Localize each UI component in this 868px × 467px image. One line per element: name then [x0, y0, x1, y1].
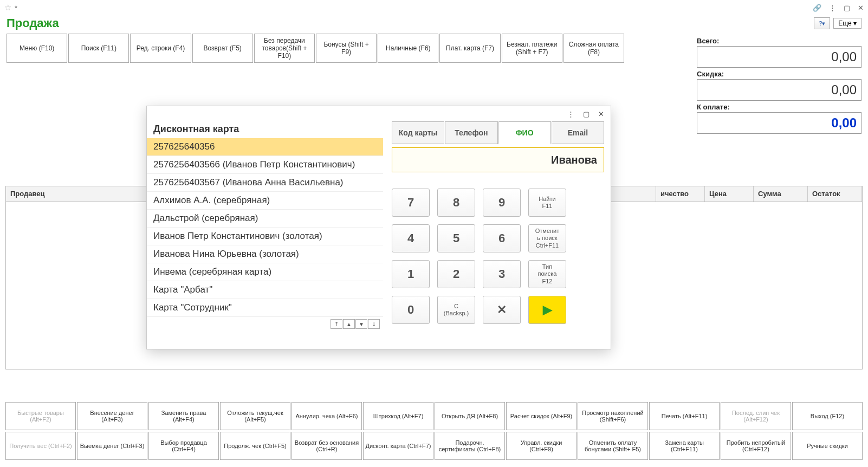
- main-toolbar: Меню (F10)Поиск (F11)Ред. строки (F4)Воз…: [0, 34, 631, 63]
- toolbar-button[interactable]: Возврат (F5): [192, 34, 253, 63]
- bottom-button[interactable]: Подарочн. сертификаты (Ctrl+F8): [435, 432, 505, 460]
- dialog-dots-icon[interactable]: ⋮: [567, 110, 574, 118]
- dialog-close-icon[interactable]: ✕: [598, 110, 604, 118]
- key-cancel-search[interactable]: Отменит ь поиск Ctrl+F11: [528, 224, 566, 252]
- toolbar-button[interactable]: Сложная оплата (F8): [563, 34, 624, 63]
- key-4[interactable]: 4: [392, 224, 430, 252]
- dirty-indicator: *: [15, 4, 17, 12]
- grid-col-header[interactable]: ичество: [656, 186, 705, 202]
- link-icon[interactable]: 🔗: [813, 4, 821, 12]
- topay-value: 0,00: [697, 112, 861, 134]
- bottom-button[interactable]: Заменить права (Alt+F4): [148, 402, 219, 430]
- toolbar-button[interactable]: Бонусы (Shift + F9): [316, 34, 377, 63]
- grid-col-header[interactable]: Цена: [705, 186, 754, 202]
- toolbar-button[interactable]: Меню (F10): [7, 34, 67, 63]
- toolbar-button[interactable]: Без передачи товаров(Shift + F10): [254, 34, 315, 63]
- toolbar-button[interactable]: Наличные (F6): [378, 34, 438, 63]
- bottom-button[interactable]: Выход (F12): [792, 402, 863, 430]
- more-button[interactable]: Еще ▾: [833, 18, 861, 29]
- bottom-button[interactable]: Печать (Alt+F11): [649, 402, 720, 430]
- key-3[interactable]: 3: [483, 260, 521, 288]
- bottom-button: Получить вес (Ctrl+F2): [5, 432, 76, 460]
- toolbar-button[interactable]: Плат. карта (F7): [439, 34, 500, 63]
- bottom-button[interactable]: Замена карты (Ctrl+F11): [649, 432, 720, 460]
- bottom-button[interactable]: Управл. скидки (Ctrl+F9): [506, 432, 576, 460]
- key-0[interactable]: 0: [392, 296, 430, 324]
- keypad: 7 8 9 Найти F11 4 5 6 Отменит ь поиск Ct…: [392, 189, 604, 324]
- bottom-button[interactable]: Продолж. чек (Ctrl+F5): [220, 432, 290, 460]
- bottom-button[interactable]: Внесение денег (Alt+F3): [77, 402, 147, 430]
- dots-icon[interactable]: ⋮: [829, 4, 836, 12]
- discount-card-dialog: ⋮ ▢ ✕ Дисконтная карта 25762564035625762…: [146, 106, 611, 349]
- bottom-button: Быстрые товары (Alt+F2): [5, 402, 76, 430]
- nav-bottom-icon[interactable]: ⤓: [368, 319, 380, 329]
- bottom-button[interactable]: Пробить непробитый (Ctrl+F12): [721, 432, 791, 460]
- dialog-max-icon[interactable]: ▢: [583, 110, 590, 118]
- star-icon[interactable]: ☆: [4, 3, 11, 12]
- topay-label: К оплате:: [697, 103, 861, 111]
- list-item[interactable]: Карта "Арбат": [147, 281, 383, 299]
- key-9[interactable]: 9: [483, 189, 521, 217]
- search-tab[interactable]: Телефон: [445, 121, 497, 144]
- bottom-button[interactable]: Расчет скидок (Alt+F9): [506, 402, 576, 430]
- bottom-button[interactable]: Просмотр накоплений (Shift+F6): [578, 402, 648, 430]
- bottom-toolbar: Быстрые товары (Alt+F2)Внесение денег (A…: [5, 402, 863, 462]
- bottom-button[interactable]: Дисконт. карта (Ctrl+F7): [363, 432, 433, 460]
- page-title: Продажа: [7, 16, 814, 30]
- discount-label: Скидка:: [697, 70, 861, 78]
- key-8[interactable]: 8: [437, 189, 475, 217]
- list-title: Дисконтная карта: [147, 121, 383, 138]
- list-item[interactable]: Карта "Сотрудник": [147, 299, 383, 317]
- search-tab[interactable]: ФИО: [498, 121, 551, 144]
- total-label: Всего:: [697, 37, 861, 45]
- key-5[interactable]: 5: [437, 224, 475, 252]
- card-list[interactable]: 2576256403562576256403566 (Иванов Петр К…: [147, 138, 383, 317]
- key-6[interactable]: 6: [483, 224, 521, 252]
- list-item[interactable]: 2576256403567 (Иванова Анна Васильевна): [147, 174, 383, 192]
- list-item[interactable]: 2576256403566 (Иванов Петр Константинови…: [147, 156, 383, 174]
- key-clear[interactable]: ✕: [483, 296, 521, 324]
- bottom-button: Послед. слип чек (Alt+F12): [721, 402, 791, 430]
- bottom-button[interactable]: Аннулир. чека (Alt+F6): [292, 402, 362, 430]
- toolbar-button[interactable]: Поиск (F11): [68, 34, 129, 63]
- search-tab[interactable]: Код карты: [392, 121, 444, 144]
- search-tabs: Код картыТелефонФИОEmail: [392, 121, 604, 144]
- nav-top-icon[interactable]: ⤒: [331, 319, 342, 329]
- bottom-button[interactable]: Возврат без основания (Ctrl+R): [292, 432, 362, 460]
- key-2[interactable]: 2: [437, 260, 475, 288]
- search-tab[interactable]: Email: [552, 121, 604, 144]
- bottom-button[interactable]: Отложить текущ.чек (Alt+F5): [220, 402, 290, 430]
- list-item[interactable]: Инвема (серебряная карта): [147, 263, 383, 281]
- key-search-type[interactable]: Тип поиска F12: [528, 260, 566, 288]
- key-find[interactable]: Найти F11: [528, 189, 566, 217]
- list-item[interactable]: 257625640356: [147, 138, 383, 156]
- grid-col-header[interactable]: Остаток: [808, 186, 862, 202]
- key-7[interactable]: 7: [392, 189, 430, 217]
- list-item[interactable]: Алхимов А.А. (серебряная): [147, 192, 383, 210]
- toolbar-button[interactable]: Безнал. платежи (Shift + F7): [502, 34, 562, 63]
- list-item[interactable]: Иванова Нина Юрьевна (золотая): [147, 245, 383, 263]
- total-value: 0,00: [697, 46, 861, 68]
- close-icon[interactable]: ✕: [858, 4, 864, 12]
- maximize-icon[interactable]: ▢: [844, 4, 850, 12]
- nav-up-icon[interactable]: ▲: [343, 319, 355, 329]
- bottom-button[interactable]: Выемка денег (Ctrl+F3): [77, 432, 147, 460]
- help-button[interactable]: ?▾: [814, 17, 830, 29]
- titlebar: ☆ * 🔗 ⋮ ▢ ✕: [0, 0, 868, 15]
- search-input[interactable]: Иванова: [392, 147, 604, 172]
- list-item[interactable]: Иванов Петр Константинович (золотая): [147, 228, 383, 245]
- nav-down-icon[interactable]: ▼: [355, 319, 367, 329]
- bottom-button[interactable]: Отменить оплату бонусами (Shift+ F5): [578, 432, 648, 460]
- toolbar-button[interactable]: Ред. строки (F4): [130, 34, 191, 63]
- grid-col-header[interactable]: Сумма: [754, 186, 808, 202]
- key-submit[interactable]: ▶: [528, 296, 566, 324]
- list-item[interactable]: Дальстрой (серебряная): [147, 210, 383, 228]
- bottom-button[interactable]: Выбор продавца (Ctrl+F4): [148, 432, 219, 460]
- bottom-button[interactable]: Штрихкод (Alt+F7): [363, 402, 433, 430]
- key-1[interactable]: 1: [392, 260, 430, 288]
- discount-value: 0,00: [697, 79, 861, 101]
- bottom-button[interactable]: Открыть ДЯ (Alt+F8): [435, 402, 505, 430]
- key-backspace[interactable]: C (Backsp.): [437, 296, 475, 324]
- bottom-button[interactable]: Ручные скидки: [792, 432, 863, 460]
